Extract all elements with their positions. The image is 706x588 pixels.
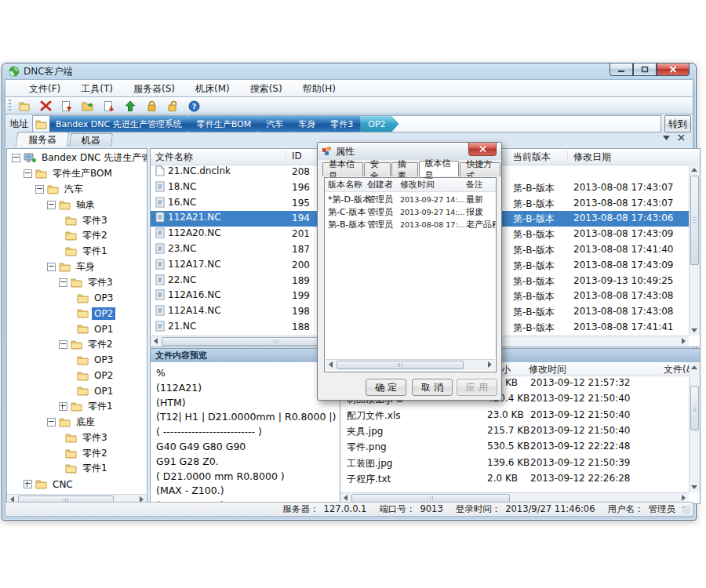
tree-item-零件3[interactable]: 零件3 — [7, 212, 147, 228]
dialog-tab-安全[interactable]: 安全 — [364, 162, 391, 176]
tree-expander[interactable] — [12, 154, 20, 162]
tree-item-OP3[interactable]: OP3 — [7, 290, 147, 306]
tree-item-零件1[interactable]: 零件1 — [7, 461, 147, 477]
vcol-creator[interactable]: 创建者 — [367, 179, 393, 191]
dialog-hscrollbar[interactable] — [326, 359, 495, 370]
file-date-cell: 2013-08-08 17:43:07 — [573, 182, 673, 193]
dialog-close-button[interactable] — [468, 143, 497, 156]
tree-expander[interactable] — [47, 418, 56, 426]
checkin-file-button[interactable] — [59, 99, 75, 113]
tree-expander[interactable] — [59, 278, 67, 287]
tree-expander[interactable] — [24, 480, 32, 488]
menu-item-5[interactable]: 帮助(H) — [293, 81, 345, 97]
tree-expander[interactable] — [59, 340, 67, 349]
breadcrumb-segment[interactable]: 零件生产BOM — [189, 116, 265, 132]
tab-机器[interactable]: 机器 — [69, 133, 113, 147]
menu-item-1[interactable]: 工具(T) — [71, 81, 122, 97]
tree-item-label: 零件1 — [80, 244, 110, 259]
table-row[interactable]: 工装图.jpg139.6 KB2013-09-12 21:50:39 — [340, 456, 689, 471]
tree-item-label: Bandex DNC 先进生产管理系统 — [39, 151, 147, 165]
go-button[interactable]: 转到 — [664, 115, 691, 132]
tree-item-OP1[interactable]: OP1 — [7, 383, 147, 399]
menu-item-2[interactable]: 服务器(S) — [124, 81, 184, 97]
breadcrumb-segment[interactable]: Bandex DNC 先进生产管理系统 — [49, 116, 195, 132]
tree-item-零件2[interactable]: 零件2 — [7, 445, 147, 461]
column-current-version[interactable]: 当前版本 — [513, 151, 551, 164]
menu-item-3[interactable]: 机床(M) — [186, 81, 239, 97]
tree-expander[interactable] — [47, 201, 56, 209]
restore-button[interactable] — [633, 64, 657, 76]
dialog-tab-摘要[interactable]: 摘要 — [391, 162, 418, 176]
vcol-name[interactable]: 版本名称 — [328, 179, 362, 191]
tree-item-车身[interactable]: 车身 — [7, 260, 147, 275]
tab-服务器[interactable]: 服务器 — [16, 132, 70, 147]
breadcrumb-segment[interactable]: OP2 — [360, 116, 398, 132]
tree-item-零件2[interactable]: 零件2 — [7, 228, 147, 244]
dialog-tab-基本信息[interactable]: 基本信息 — [322, 162, 363, 176]
checkout-file-button[interactable] — [101, 99, 117, 113]
new-folder-button[interactable] — [16, 99, 32, 113]
lock-button[interactable] — [144, 99, 159, 113]
column-id[interactable]: ID — [292, 151, 302, 162]
column-modified-time[interactable]: 修改时间 — [529, 363, 566, 376]
cancel-button[interactable]: 取 消 — [412, 379, 453, 396]
tree-item-label: 零件3 — [80, 430, 110, 445]
preview-line: (MAX - Z100.) — [156, 484, 340, 499]
version-row[interactable]: *第-D-版本管理员2013-09-27 14:...最新 — [325, 193, 496, 205]
column-modified-date[interactable]: 修改日期 — [573, 151, 611, 164]
upload-button[interactable] — [122, 99, 138, 113]
menu-item-4[interactable]: 搜索(S) — [241, 81, 292, 97]
tree-item-OP2[interactable]: OP2 — [7, 368, 147, 383]
file-id-cell: 208 — [292, 166, 310, 177]
column-file-name[interactable]: 文件名称 — [155, 151, 193, 164]
delete-button[interactable] — [38, 99, 53, 113]
tree-item-Bandex DNC 先进生产管理系统[interactable]: Bandex DNC 先进生产管理系统 — [7, 151, 147, 166]
attachment-name-cell: 夹具.jpg — [347, 425, 383, 438]
help-button[interactable]: ? — [186, 99, 202, 113]
tree-item-CNC[interactable]: CNC — [7, 477, 147, 492]
version-row[interactable]: 第-C-版本管理员2013-09-27 14:...报废 — [325, 205, 496, 218]
minimize-button[interactable] — [610, 64, 633, 76]
import-folder-button[interactable] — [80, 99, 96, 113]
tree-item-零件1[interactable]: 零件1 — [7, 244, 147, 260]
chevron-down-icon[interactable] — [663, 136, 670, 140]
menu-item-0[interactable]: 文件(F) — [20, 81, 70, 97]
tree-item-零件2[interactable]: 零件2 — [7, 337, 147, 353]
version-table-header[interactable]: 版本名称 创建者 修改时间 备注 — [325, 178, 496, 192]
tree-expander[interactable] — [24, 169, 32, 178]
tree-item-零件1[interactable]: 零件1 — [7, 399, 147, 415]
tree-item-汽车[interactable]: 汽车 — [7, 182, 147, 198]
tree-item-OP1[interactable]: OP1 — [7, 321, 147, 337]
close-button[interactable] — [657, 64, 690, 76]
ok-button[interactable]: 确 定 — [366, 379, 406, 396]
tree-item-OP3[interactable]: OP3 — [7, 352, 147, 368]
version-row[interactable]: 第-B-版本管理员2013-08-08 17:...老产品程序 — [325, 218, 496, 230]
vcol-remark[interactable]: 备注 — [466, 179, 483, 191]
tree-expander[interactable] — [59, 402, 67, 411]
file-list-vscrollbar[interactable] — [689, 165, 700, 336]
address-field[interactable]: Bandex DNC 先进生产管理系统零件生产BOM汽车车身零件3OP2 — [32, 115, 661, 132]
status-segment: 端口号：9013 — [379, 503, 442, 515]
unlock-button[interactable] — [165, 99, 180, 113]
toolbar-grip[interactable] — [9, 100, 11, 112]
resize-grip[interactable] — [682, 506, 690, 514]
attachments-vscrollbar[interactable] — [689, 362, 700, 492]
table-row[interactable]: 配刀文件.xls23.0 KB2013-09-12 21:50:40 — [340, 408, 689, 423]
tree-item-底座[interactable]: 底座 — [7, 415, 147, 430]
tree-item-零件3[interactable]: 零件3 — [7, 274, 147, 290]
breadcrumb-segment[interactable]: 零件3 — [322, 116, 366, 132]
tree-expander[interactable] — [47, 263, 56, 271]
table-row[interactable]: 夹具.jpg215.7 KB2013-09-12 21:50:40 — [340, 423, 689, 439]
tree-expander[interactable] — [35, 185, 44, 194]
tree-item-零件3[interactable]: 零件3 — [7, 430, 147, 445]
table-row[interactable]: 零件.png530.5 KB2013-09-12 22:22:48 — [340, 439, 689, 455]
close-pane-icon[interactable] — [678, 134, 685, 141]
dialog-tab-版本信息[interactable]: 版本信息 — [419, 161, 460, 176]
dialog-tab-快捷方式[interactable]: 快捷方式 — [460, 162, 500, 176]
title-bar[interactable]: DNC客户端 — [2, 64, 696, 79]
folder-icon — [65, 463, 77, 474]
tree-item-零件生产BOM[interactable]: 零件生产BOM — [7, 166, 147, 182]
tree-item-OP2[interactable]: OP2 — [7, 306, 147, 321]
tree-item-轴承[interactable]: 轴承 — [7, 197, 147, 212]
table-row[interactable]: 子程序.txt2.0 KB2013-09-12 22:26:28 — [340, 471, 689, 487]
